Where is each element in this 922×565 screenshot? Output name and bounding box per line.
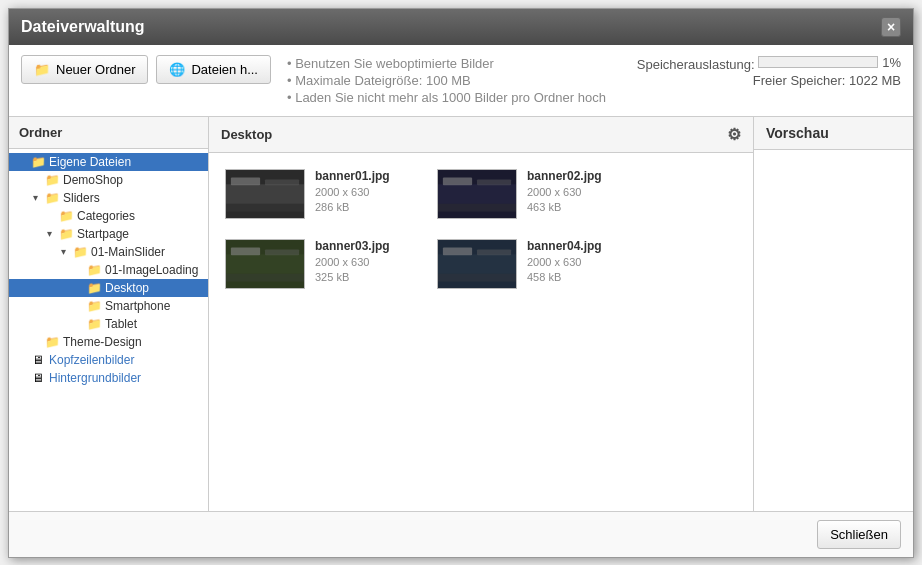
file-info: banner04.jpg2000 x 630458 kB [527,239,629,286]
preview-area: Vorschau [753,117,913,511]
toolbar-storage: Speicherauslastung: 1% Freier Speicher: … [637,55,901,89]
main-content: Ordner 📁Eigene Dateien📁DemoShop▾📁Sliders… [9,117,913,511]
svg-rect-1 [226,184,304,204]
sidebar-item-01-imageloading[interactable]: 📁01-ImageLoading [9,261,208,279]
file-item[interactable]: banner01.jpg2000 x 630286 kB [221,165,421,223]
folder-icon: 📁 [34,62,50,77]
file-info: banner03.jpg2000 x 630325 kB [315,239,417,286]
hints-list: Benutzen Sie weboptimierte BilderMaximal… [287,55,621,106]
sidebar-item-startpage[interactable]: ▾📁Startpage [9,225,208,243]
tree-item-label: Categories [75,209,135,223]
svg-rect-12 [231,247,260,255]
sidebar-item-eigene-dateien[interactable]: 📁Eigene Dateien [9,153,208,171]
folder-icon: 📁 [85,317,103,331]
upload-label: Dateien h... [191,62,258,77]
svg-rect-13 [265,249,299,255]
file-area-header: Desktop ⚙ [209,117,753,153]
svg-rect-14 [226,273,304,281]
svg-rect-4 [226,203,304,211]
dialog-title: Dateiverwaltung [21,18,145,36]
dialog-window: Dateiverwaltung × 📁 Neuer Ordner 🌐 Datei… [8,8,914,558]
folder-icon: 📁 [43,335,61,349]
file-name: banner04.jpg [527,239,629,253]
tree-item-label: DemoShop [61,173,123,187]
svg-rect-7 [443,177,472,185]
upload-button[interactable]: 🌐 Dateien h... [156,55,271,84]
file-dims: 2000 x 630286 kB [315,185,417,216]
dialog-header: Dateiverwaltung × [9,9,913,45]
svg-rect-3 [265,179,299,185]
sidebar-item-kopfzeilenbilder[interactable]: 🖥Kopfzeilenbilder [9,351,208,369]
tree-item-label: Kopfzeilenbilder [47,353,134,367]
tree-toggle-icon: ▾ [41,228,57,239]
storage-bar-container: 1% [758,55,901,70]
file-dims: 2000 x 630458 kB [527,255,629,286]
file-name: banner02.jpg [527,169,629,183]
folder-icon: 📁 [57,209,75,223]
sidebar-item-tablet[interactable]: 📁Tablet [9,315,208,333]
svg-rect-19 [438,273,516,281]
free-storage: Freier Speicher: 1022 MB [637,73,901,88]
svg-rect-2 [231,177,260,185]
tree-item-label: Desktop [103,281,149,295]
sidebar-item-sliders[interactable]: ▾📁Sliders [9,189,208,207]
svg-rect-17 [443,247,472,255]
dialog-footer: Schließen [9,511,913,557]
svg-rect-6 [438,184,516,204]
new-folder-label: Neuer Ordner [56,62,135,77]
folder-icon: 📁 [85,263,103,277]
file-thumbnail [225,169,305,219]
tree-item-label: Eigene Dateien [47,155,131,169]
file-item[interactable]: banner02.jpg2000 x 630463 kB [433,165,633,223]
storage-percent: 1% [882,55,901,70]
folder-icon: 📁 [57,227,75,241]
tree-item-label: Hintergrundbilder [47,371,141,385]
sidebar-item-desktop[interactable]: 📁Desktop [9,279,208,297]
settings-icon[interactable]: ⚙ [727,125,741,144]
sidebar-item-smartphone[interactable]: 📁Smartphone [9,297,208,315]
file-thumbnail [225,239,305,289]
hint-item: Maximale Dateigröße: 100 MB [287,72,621,89]
hint-item: Benutzen Sie weboptimierte Bilder [287,55,621,72]
file-tree: 📁Eigene Dateien📁DemoShop▾📁Sliders📁Catego… [9,149,208,391]
folder-icon: 🖥 [29,353,47,367]
preview-header: Vorschau [754,117,913,150]
tree-item-label: Smartphone [103,299,170,313]
close-icon-btn[interactable]: × [881,17,901,37]
new-folder-button[interactable]: 📁 Neuer Ordner [21,55,148,84]
sidebar-item-01-mainslider[interactable]: ▾📁01-MainSlider [9,243,208,261]
svg-rect-9 [438,203,516,211]
file-dims: 2000 x 630325 kB [315,255,417,286]
file-dims: 2000 x 630463 kB [527,185,629,216]
close-button[interactable]: Schließen [817,520,901,549]
tree-item-label: 01-ImageLoading [103,263,198,277]
hint-item: Laden Sie nicht mehr als 1000 Bilder pro… [287,89,621,106]
file-item[interactable]: banner03.jpg2000 x 630325 kB [221,235,421,293]
sidebar-item-demoshop[interactable]: 📁DemoShop [9,171,208,189]
sidebar-item-theme-design[interactable]: 📁Theme-Design [9,333,208,351]
folder-icon: 📁 [71,245,89,259]
tree-item-label: Sliders [61,191,100,205]
storage-label: Speicherauslastung: 1% [637,55,901,72]
tree-toggle-icon: ▾ [27,192,43,203]
current-folder-label: Desktop [221,127,272,142]
sidebar-item-categories[interactable]: 📁Categories [9,207,208,225]
tree-item-label: Theme-Design [61,335,142,349]
file-grid: banner01.jpg2000 x 630286 kB banner02.jp… [209,153,753,511]
file-item[interactable]: banner04.jpg2000 x 630458 kB [433,235,633,293]
file-info: banner01.jpg2000 x 630286 kB [315,169,417,216]
sidebar-item-hintergrundbilder[interactable]: 🖥Hintergrundbilder [9,369,208,387]
folder-icon: 📁 [85,281,103,295]
file-area: Desktop ⚙ banner01.jpg2000 x 630286 kB b… [209,117,753,511]
sidebar-header: Ordner [9,117,208,149]
file-name: banner01.jpg [315,169,417,183]
file-info: banner02.jpg2000 x 630463 kB [527,169,629,216]
toolbar-buttons: 📁 Neuer Ordner 🌐 Dateien h... [21,55,271,84]
tree-item-label: Tablet [103,317,137,331]
tree-item-label: Startpage [75,227,129,241]
folder-icon: 📁 [43,191,61,205]
file-thumbnail [437,169,517,219]
toolbar-hints: Benutzen Sie weboptimierte BilderMaximal… [287,55,621,106]
sidebar: Ordner 📁Eigene Dateien📁DemoShop▾📁Sliders… [9,117,209,511]
storage-bar [758,56,878,68]
